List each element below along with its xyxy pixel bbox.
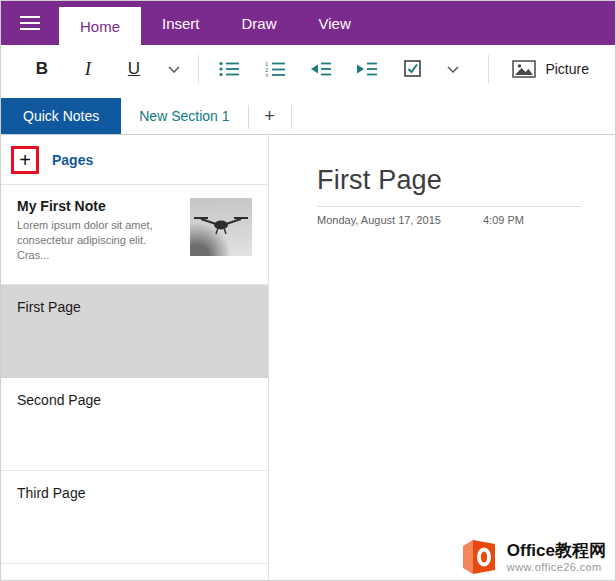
watermark: Office教程网 www.office26.com bbox=[459, 537, 606, 577]
italic-button[interactable]: I bbox=[65, 49, 111, 89]
page-list-item-my-first-note[interactable]: My First Note Lorem ipsum dolor sit amet… bbox=[1, 185, 268, 285]
toolbar-right-group: Picture bbox=[481, 49, 605, 89]
bold-button[interactable]: B bbox=[19, 49, 65, 89]
formatting-toolbar: B I U 1 2 3 bbox=[1, 45, 615, 93]
drone-photo-icon bbox=[190, 198, 252, 256]
pages-label: Pages bbox=[52, 152, 93, 168]
page-title[interactable]: First Page bbox=[317, 165, 615, 196]
page-list-item-first-page[interactable]: First Page bbox=[1, 285, 268, 378]
page-date: Monday, August 17, 2015 bbox=[317, 214, 441, 226]
bullet-list-button[interactable] bbox=[206, 49, 252, 89]
section-tab-new-section-1[interactable]: New Section 1 bbox=[121, 98, 247, 134]
title-underline bbox=[317, 206, 581, 207]
watermark-text: Office教程网 www.office26.com bbox=[507, 541, 606, 573]
pages-header: + Pages bbox=[1, 135, 268, 185]
watermark-brand: Office教程网 bbox=[507, 541, 606, 561]
hamburger-menu-button[interactable] bbox=[1, 1, 59, 45]
underline-button[interactable]: U bbox=[111, 49, 157, 89]
tab-insert[interactable]: Insert bbox=[141, 1, 221, 45]
tags-chevron-button[interactable] bbox=[436, 49, 470, 89]
picture-label: Picture bbox=[545, 61, 589, 77]
add-page-button[interactable]: + bbox=[11, 146, 39, 174]
todo-tag-button[interactable] bbox=[390, 49, 436, 89]
page-list-item-third-page[interactable]: Third Page bbox=[1, 471, 268, 564]
decrease-indent-button[interactable] bbox=[298, 49, 344, 89]
numbered-list-button[interactable]: 1 2 3 bbox=[252, 49, 298, 89]
picture-button[interactable]: Picture bbox=[496, 49, 605, 89]
add-section-button[interactable]: + bbox=[249, 98, 291, 134]
tab-draw[interactable]: Draw bbox=[221, 1, 298, 45]
chevron-down-icon bbox=[168, 66, 180, 73]
note-text: My First Note Lorem ipsum dolor sit amet… bbox=[17, 198, 165, 284]
page-list-item-second-page[interactable]: Second Page bbox=[1, 378, 268, 471]
onenote-window: Home Insert Draw View B I U bbox=[0, 0, 616, 581]
toolbar-separator bbox=[488, 55, 489, 83]
tab-view[interactable]: View bbox=[298, 1, 372, 45]
pages-panel: + Pages My First Note Lorem ipsum dolor … bbox=[1, 135, 269, 581]
chevron-down-icon bbox=[447, 66, 459, 73]
ribbon-tabs: Home Insert Draw View bbox=[59, 1, 372, 45]
note-preview: Lorem ipsum dolor sit amet, consectetur … bbox=[17, 218, 165, 263]
section-tabs-bar: Quick Notes New Section 1 + bbox=[1, 93, 615, 135]
tab-home[interactable]: Home bbox=[59, 7, 141, 45]
section-separator bbox=[291, 105, 292, 129]
page-thumbnail bbox=[190, 198, 252, 256]
picture-icon bbox=[512, 60, 536, 78]
page-meta: Monday, August 17, 2015 4:09 PM bbox=[317, 214, 581, 226]
page-content: First Page Monday, August 17, 2015 4:09 … bbox=[269, 135, 615, 581]
section-tab-quick-notes[interactable]: Quick Notes bbox=[1, 98, 121, 134]
svg-text:3: 3 bbox=[265, 73, 269, 78]
page-time: 4:09 PM bbox=[483, 214, 524, 226]
todo-checkbox-icon bbox=[404, 60, 422, 78]
main-body: + Pages My First Note Lorem ipsum dolor … bbox=[1, 135, 615, 581]
increase-indent-button[interactable] bbox=[344, 49, 390, 89]
note-title: My First Note bbox=[17, 198, 165, 214]
decrease-indent-icon bbox=[311, 61, 331, 77]
watermark-url: www.office26.com bbox=[507, 561, 606, 573]
bullet-list-icon bbox=[219, 61, 239, 77]
ribbon-bar: Home Insert Draw View bbox=[1, 1, 615, 45]
hamburger-icon bbox=[20, 16, 40, 18]
office-logo-icon bbox=[459, 537, 499, 577]
font-options-chevron-button[interactable] bbox=[157, 49, 191, 89]
increase-indent-icon bbox=[357, 61, 377, 77]
numbered-list-icon: 1 2 3 bbox=[265, 61, 285, 77]
toolbar-separator bbox=[198, 55, 199, 83]
